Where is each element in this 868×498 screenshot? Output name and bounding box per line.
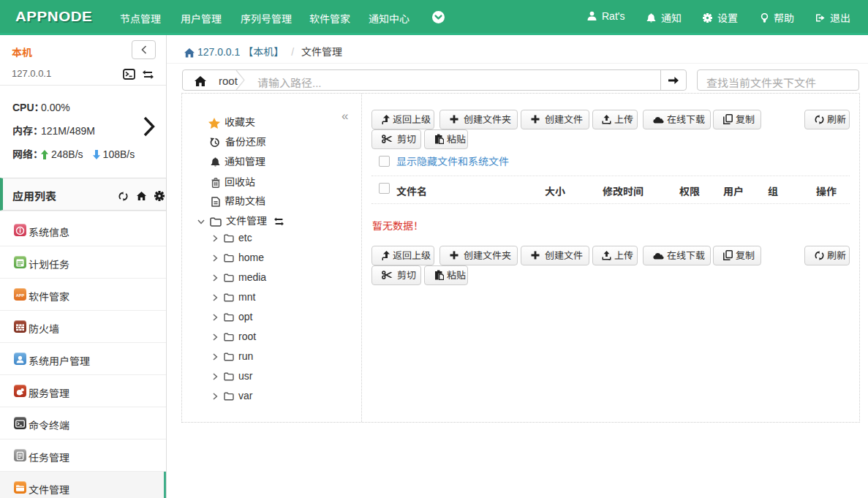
svg-text:APP: APP: [16, 293, 25, 298]
